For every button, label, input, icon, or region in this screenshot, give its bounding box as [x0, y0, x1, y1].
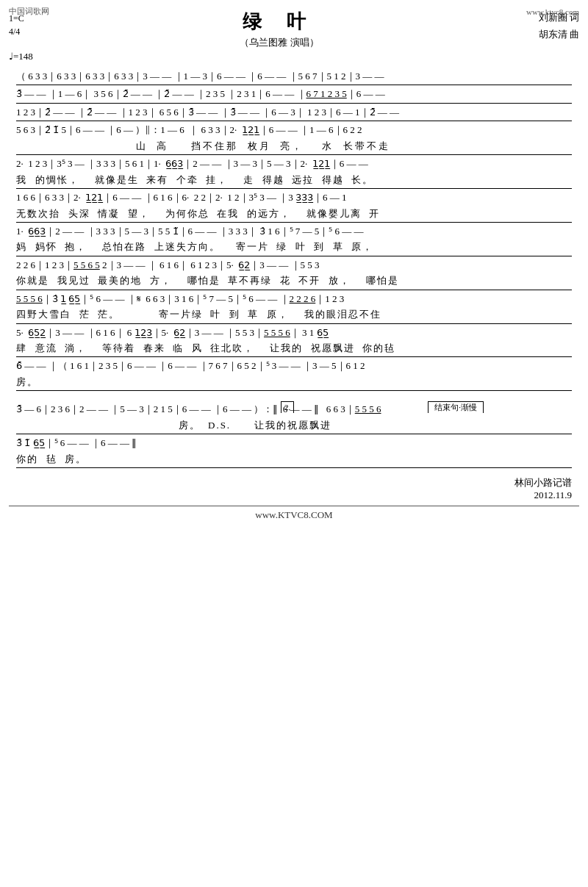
tempo-section: ♩=148	[9, 51, 579, 62]
score-line-4-lyrics: 我 的惆怅， 就像是生 来有 个牵 挂， 走 得越 远拉 得越 长。	[16, 172, 572, 187]
score-line-2: 1 2 3｜2̄ — — ｜2̄ — — ｜1 2 3｜ 6 5 6｜3̄ — …	[16, 104, 572, 120]
score-line-3-lyrics: 山 高 挡不住那 枚月 亮， 水 长带不走	[16, 138, 572, 154]
score-line-8-lyrics: 四野大雪白 茫 茫。 寄一片绿 叶 到 草 原， 我的眼泪忍不住	[16, 306, 572, 322]
score-line-6-notes: 1· 6̲6̲3̲｜2 — — ｜3 3 3｜5 — 3｜5 5 1̃｜6 — …	[16, 223, 572, 239]
title-section: 绿 叶 （乌兰图雅 演唱）	[53, 9, 506, 49]
footer-section: 林间小路记谱 2012.11.9	[9, 476, 579, 501]
ending-number: 2.	[284, 403, 290, 412]
footer-author: 林间小路记谱	[9, 476, 572, 489]
score-line-10-container: 6̄ — — ｜（ 1 6 1｜2 3 5｜6 — — ｜6 — — ｜7 6 …	[16, 358, 572, 389]
song-subtitle: （乌兰图雅 演唱）	[53, 36, 506, 49]
score-line-7-notes: 2 2 6｜1 2 3｜5 5 6 5 2｜3 — — ｜ 6 1 6｜ 6 1…	[16, 257, 572, 273]
score-line-10-notes: 6̄ — — ｜（ 1 6 1｜2 3 5｜6 — — ｜6 — — ｜7 6 …	[16, 358, 572, 373]
time-sig-display: 4/4	[9, 25, 53, 38]
score-final-container: 结束句·渐慢 2. 3̄ — 6｜2 3 6｜2 — — ｜5 — 3｜2 1 …	[16, 401, 572, 433]
footer-date: 2012.11.9	[9, 489, 572, 501]
site-watermark-left: 中国词歌网	[9, 6, 49, 17]
song-title: 绿 叶	[53, 9, 506, 35]
score-line-9-notes: 5· 6̲5̲2̲｜3 — — ｜6 1 6｜ 6 1̲2̲3̲｜5· 6̲2̲…	[16, 325, 572, 340]
score-line-5-notes: 1 6 6｜6 3 3｜2· 1̲2̲1̲｜6 — — ｜6 1 6｜6· 2 …	[16, 190, 572, 205]
score-line-8-notes: 5 5 5 6｜3̂ 1̲ 6̲5̲｜⁵ 6 — — ｜𝄋 6 6 3｜3 1 …	[16, 291, 572, 306]
composer: 胡东清 曲	[506, 26, 579, 43]
score-line-0: （ 6 3 3｜6 3 3｜6 3 3｜6 3 3｜3 — — ｜1 — 3｜6…	[16, 68, 572, 84]
page: 中国词歌网 www.ktvc8.com 1=C 4/4 绿 叶 （乌兰图雅 演唱…	[0, 0, 588, 887]
score-line-7-lyrics: 你就是 我见过 最美的地 方， 哪怕是 草不再绿 花 不开 放， 哪怕是	[16, 273, 572, 288]
score-line-5-lyrics: 无数次抬 头深 情凝 望， 为何你总 在我 的远方， 就像婴儿离 开	[16, 206, 572, 221]
score-line-9-lyrics: 肆 意流 淌， 等待着 春来 临 风 往北吹， 让我的 祝愿飘进 你的毡	[16, 340, 572, 356]
score-line-10-lyrics: 房。	[16, 374, 572, 389]
score-line-12-lyrics: 你的 毡 房。	[16, 451, 572, 467]
score-content: （ 6 3 3｜6 3 3｜6 3 3｜6 3 3｜3 — — ｜1 — 3｜6…	[9, 65, 579, 472]
score-line-3-notes: 5 6 3｜2̃ 1̃ 5｜6 — — ｜6 — ）‖：1 — 6 ｜ 6 3 …	[16, 122, 572, 137]
score-line-4-notes: 2· 1 2 3｜3⁵ 3 — ｜3 3 3｜5 6 1｜1· 6̲6̲3̲｜2…	[16, 156, 572, 171]
header: 1=C 4/4 绿 叶 （乌兰图雅 演唱） 刘新圈 词 胡东清 曲	[9, 6, 579, 49]
score-line-6-lyrics: 妈 妈怀 抱， 总怕在路 上迷失方向。 寄一片 绿 叶 到 草 原，	[16, 239, 572, 254]
site-watermark-right: www.ktvc8.com	[526, 6, 579, 18]
ending-box: 结束句·渐慢	[428, 401, 484, 412]
score-line-1: 3̄ — — ｜1 — 6｜ 3 5 6｜2̄ — — ｜2̄ — — ｜2 3…	[16, 86, 572, 101]
watermark-bottom: www.KTVC8.COM	[9, 506, 579, 521]
ending-label: 结束句·渐慢	[434, 403, 477, 412]
score-line-12-notes: 3̄ 1̃ 6̲5̲｜⁵ 6 — — ｜6 — — ‖	[16, 435, 572, 450]
score-line-11-lyrics: 房。 D.S. 让我的祝愿飘进	[16, 417, 572, 433]
ending-number-box: 2.	[281, 401, 294, 412]
